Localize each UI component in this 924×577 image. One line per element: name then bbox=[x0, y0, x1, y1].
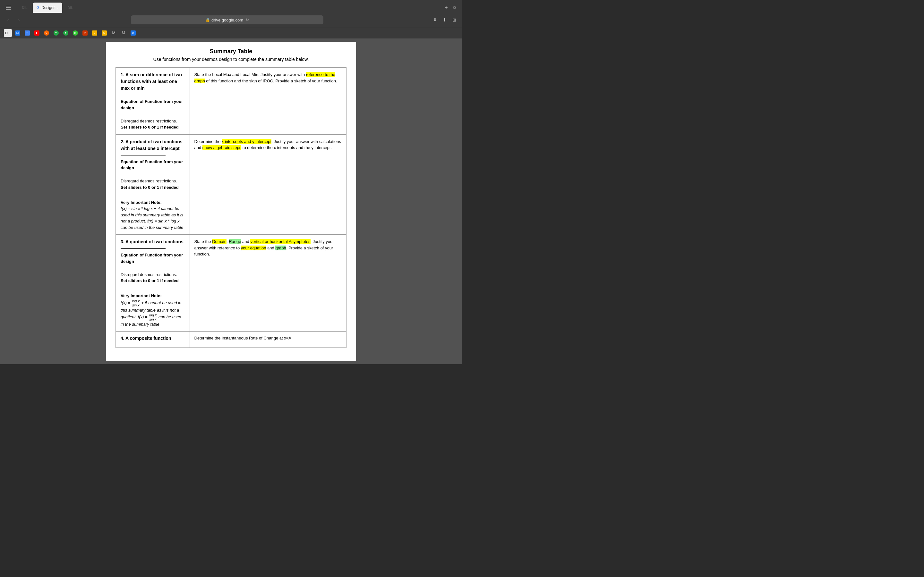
row3-divider bbox=[121, 248, 166, 249]
bookmark-google-meet[interactable]: M bbox=[14, 29, 21, 37]
tab-diil-2-label: DiL bbox=[67, 6, 73, 10]
tab-diil-2[interactable]: DiL bbox=[63, 3, 77, 13]
row3-fraction1: log xsin x bbox=[132, 299, 140, 307]
row2-instruction: Determine the x intercepts and y interce… bbox=[194, 139, 341, 150]
document-content: Summary Table Use functions from your de… bbox=[106, 42, 356, 361]
tab-diil-1[interactable]: DiL bbox=[18, 3, 31, 13]
window-controls-icon[interactable] bbox=[6, 6, 11, 10]
tab-designs[interactable]: G Designs... bbox=[33, 3, 63, 13]
new-tab-button[interactable]: + bbox=[443, 4, 450, 11]
row3-math-note: f(x) = log xsin x + 5 cannot be used in … bbox=[121, 300, 181, 327]
row2-equation-label: Equation of Function from your design bbox=[121, 159, 185, 171]
bookmark-7[interactable]: ▼ bbox=[62, 29, 69, 37]
row3-note1: Disregard desmos restrictions. bbox=[121, 272, 177, 277]
row3-left: 3. A quotient of two functions Equation … bbox=[116, 235, 190, 332]
row2-title: 2. A product of two functions with at le… bbox=[121, 139, 185, 152]
bookmark-9[interactable]: V bbox=[81, 29, 89, 37]
table-row: 1. A sum or difference of two functions … bbox=[116, 67, 346, 134]
bookmark-youtube[interactable]: ▶ bbox=[33, 29, 41, 37]
row1-right: State the Local Max and Local Min. Justi… bbox=[190, 67, 346, 134]
row1-note1: Disregard desmos restrictions. bbox=[121, 119, 177, 123]
row2-note1: Disregard desmos restrictions. bbox=[121, 179, 177, 183]
bookmark-gmail-2[interactable]: M bbox=[120, 29, 128, 37]
share-icon[interactable]: ⬆ bbox=[441, 16, 449, 24]
lock-icon: 🔒 bbox=[205, 18, 210, 22]
row3-right: State the Domain, Range and vertical or … bbox=[190, 235, 346, 332]
address-bar[interactable]: 🔒 drive.google.com ↻ bbox=[131, 15, 323, 24]
row3-important-label: Very Important Note: bbox=[121, 293, 185, 299]
bookmark-docs[interactable]: ≡ bbox=[23, 29, 31, 37]
row2-highlight2: show algebraic steps bbox=[202, 145, 241, 150]
row3-instruction: State the Domain, Range and vertical or … bbox=[194, 239, 334, 256]
download-icon[interactable]: ⬇ bbox=[431, 16, 439, 24]
row1-title: 1. A sum or difference of two functions … bbox=[121, 71, 185, 92]
bookmark-slides-2[interactable]: S bbox=[100, 29, 108, 37]
row2-right: Determine the x intercepts and y interce… bbox=[190, 134, 346, 235]
row3-title: 3. A quotient of two functions bbox=[121, 239, 185, 245]
bookmark-6[interactable]: ▼ bbox=[52, 29, 60, 37]
url-text: drive.google.com bbox=[212, 18, 243, 23]
row2-highlight1: x intercepts and y intercept bbox=[222, 139, 271, 144]
bookmark-gmail[interactable]: M bbox=[110, 29, 118, 37]
table-row: 2. A product of two functions with at le… bbox=[116, 134, 346, 235]
table-row: 3. A quotient of two functions Equation … bbox=[116, 235, 346, 332]
back-button[interactable]: ‹ bbox=[4, 16, 12, 24]
row2-note2: Set sliders to 0 or 1 if needed bbox=[121, 185, 179, 190]
row4-title: 4. A composite function bbox=[121, 335, 185, 342]
table-row: 4. A composite function Determine the In… bbox=[116, 332, 346, 348]
page-subtitle: Use functions from your desmos design to… bbox=[115, 57, 347, 62]
tab-designs-label: Designs... bbox=[41, 5, 58, 10]
page-title: Summary Table bbox=[115, 48, 347, 55]
row3-highlight4: your equation bbox=[241, 245, 266, 250]
bookmark-diil-1[interactable]: DiL bbox=[4, 29, 12, 37]
row1-equation-label: Equation of Function from your design bbox=[121, 98, 185, 111]
bookmark-5[interactable]: C bbox=[43, 29, 50, 37]
bookmark-8[interactable]: ▶ bbox=[71, 29, 79, 37]
row1-instruction: State the Local Max and Local Min. Justi… bbox=[194, 72, 337, 83]
reload-icon[interactable]: ↻ bbox=[246, 18, 249, 22]
new-window-icon[interactable]: ⊞ bbox=[451, 16, 458, 24]
window-size-button[interactable]: ⧉ bbox=[451, 4, 458, 11]
row4-left: 4. A composite function bbox=[116, 332, 190, 348]
row3-highlight2: Range bbox=[229, 239, 241, 244]
row1-highlight1: reference to the graph bbox=[194, 72, 335, 83]
row2-left: 2. A product of two functions with at le… bbox=[116, 134, 190, 235]
row3-highlight1: Domain bbox=[212, 239, 226, 244]
row2-math-note: f(x) = sin x * log x − 4 cannot be used … bbox=[121, 206, 183, 230]
row3-highlight5: graph bbox=[275, 245, 286, 250]
row3-equation-label: Equation of Function from your design bbox=[121, 252, 185, 264]
row3-note2: Set sliders to 0 or 1 if needed bbox=[121, 278, 179, 283]
tab-diil-1-label: DiL bbox=[22, 6, 27, 10]
row2-important-label: Very Important Note: bbox=[121, 199, 185, 206]
row3-highlight3: vertical or horizontal Asymptotes bbox=[250, 239, 310, 244]
row3-fraction2: log xsin x bbox=[149, 313, 157, 321]
bookmark-last[interactable]: D bbox=[129, 29, 137, 37]
row4-right: Determine the Instantaneous Rate of Chan… bbox=[190, 332, 346, 348]
row4-instruction: Determine the Instantaneous Rate of Chan… bbox=[194, 335, 291, 340]
row1-left: 1. A sum or difference of two functions … bbox=[116, 67, 190, 134]
row1-note2: Set sliders to 0 or 1 if needed bbox=[121, 125, 179, 129]
forward-button[interactable]: › bbox=[15, 16, 23, 24]
bookmark-slides[interactable]: S bbox=[91, 29, 99, 37]
tab-google-icon: G bbox=[37, 5, 39, 10]
summary-table: 1. A sum or difference of two functions … bbox=[115, 67, 347, 348]
